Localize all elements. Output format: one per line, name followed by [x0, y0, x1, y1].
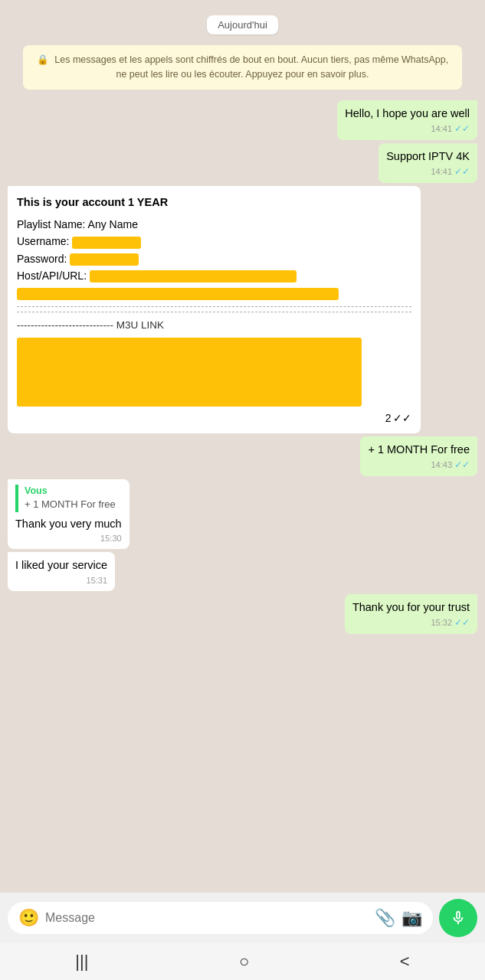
divider2 — [17, 312, 411, 312]
nav-recent-apps[interactable]: ||| — [75, 952, 88, 972]
chat-area: Aujourd'hui 🔒 Les messages et les appels… — [0, 0, 485, 980]
quoted-message: Vous + 1 MONTH For free — [15, 485, 122, 512]
message-bubble[interactable]: Hello, I hope you are well 14:41 ✓✓ — [337, 100, 477, 140]
camera-button[interactable]: 📷 — [401, 908, 422, 928]
message-bubble-quoted[interactable]: Vous + 1 MONTH For free Thank you very m… — [8, 479, 129, 549]
message-input-container: 🙂 📎 📷 — [8, 902, 433, 934]
account-playlist: Playlist Name: Any Name — [17, 216, 411, 233]
attach-button[interactable]: 📎 — [375, 908, 395, 928]
account-username: Username: — [17, 233, 411, 250]
message-row: I liked your service 15:31 — [8, 552, 477, 591]
username-redacted — [72, 237, 141, 249]
message-row: Support IPTV 4K 14:41 ✓✓ — [8, 143, 477, 183]
divider — [17, 306, 411, 307]
encryption-notice[interactable]: 🔒 Les messages et les appels sont chiffr… — [23, 45, 462, 90]
password-redacted — [70, 253, 139, 266]
lock-icon: 🔒 — [37, 54, 49, 65]
message-row: Vous + 1 MONTH For free Thank you very m… — [8, 479, 477, 549]
account-title: This is your account 1 YEAR — [17, 194, 411, 211]
mic-button[interactable] — [439, 899, 477, 937]
host-redacted2 — [17, 288, 339, 300]
message-bubble[interactable]: Thank you for your trust 15:32 ✓✓ — [345, 594, 477, 634]
message-input-bar: 🙂 📎 📷 — [0, 893, 485, 943]
account-password: Password: — [17, 250, 411, 267]
account-info-bubble[interactable]: This is your account 1 YEAR Playlist Nam… — [8, 186, 421, 433]
message-row: Hello, I hope you are well 14:41 ✓✓ — [8, 100, 477, 140]
nav-home[interactable]: ○ — [239, 952, 249, 972]
m3u-link-area — [17, 338, 411, 407]
navigation-bar: ||| ○ < — [0, 943, 485, 980]
host-redacted — [90, 270, 297, 283]
message-row: Thank you for your trust 15:32 ✓✓ — [8, 594, 477, 634]
date-badge: Aujourd'hui — [8, 15, 477, 34]
message-row: This is your account 1 YEAR Playlist Nam… — [8, 186, 477, 433]
message-bubble[interactable]: I liked your service 15:31 — [8, 552, 115, 591]
account-host: Host/API/URL: — [17, 267, 411, 302]
mic-icon — [450, 910, 467, 926]
message-input[interactable] — [45, 911, 369, 925]
emoji-button[interactable]: 🙂 — [18, 908, 39, 928]
m3u-link-redacted — [17, 338, 362, 407]
message-bubble[interactable]: + 1 MONTH For free 14:43 ✓✓ — [360, 436, 477, 476]
nav-back[interactable]: < — [400, 952, 410, 972]
message-bubble[interactable]: Support IPTV 4K 14:41 ✓✓ — [378, 143, 477, 183]
message-row: + 1 MONTH For free 14:43 ✓✓ — [8, 436, 477, 476]
